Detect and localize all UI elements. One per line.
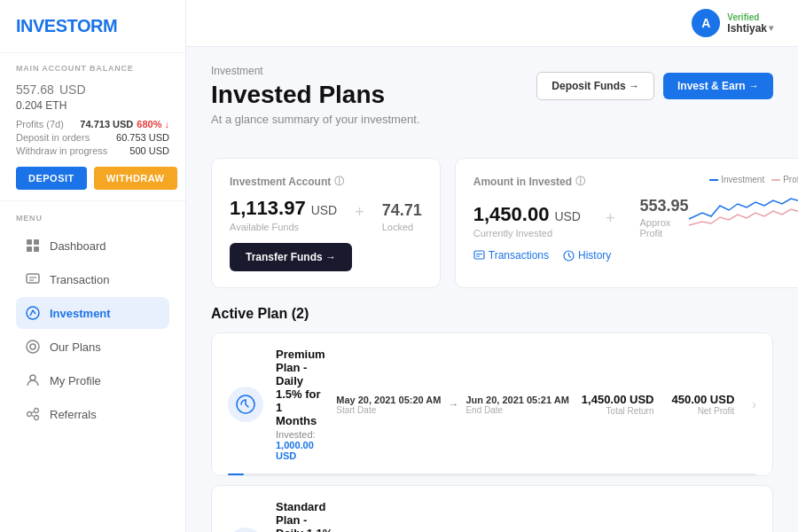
svg-rect-16: [474, 251, 484, 259]
svg-point-10: [30, 375, 35, 380]
transaction-icon: [25, 271, 41, 287]
info-icon-2: ⓘ: [575, 175, 585, 188]
amount-invested-left: Amount in Invested ⓘ 1,450.00 USD Curren…: [473, 175, 689, 239]
withdraw-value: 500 USD: [129, 145, 169, 156]
dashboard-icon: [25, 238, 41, 254]
svg-point-13: [35, 416, 39, 420]
deposit-orders-label: Deposit in orders: [16, 132, 90, 143]
main-content: A Verified Ishtiyak ▾ Investment Investe…: [186, 0, 798, 532]
plan-icon-1: [228, 528, 263, 533]
withdraw-button[interactable]: WITHDRAW: [94, 167, 177, 190]
active-plans-section: Active Plan (2) Premium Plan - Daily 1.5…: [211, 306, 773, 532]
plan-invested-0: Invested: 1,000.00 USD: [276, 429, 324, 461]
profits-values: 74.713 USD 680% ↓: [80, 119, 169, 129]
arrow-icon: →: [448, 398, 458, 411]
history-link[interactable]: History: [563, 249, 611, 262]
sidebar: INVESTORM MAIN ACCOUNT BALANCE 557.68 US…: [0, 0, 186, 532]
amount-invested-values: 1,450.00 USD Currently Invested + 553.95…: [473, 197, 689, 239]
investment-icon: [25, 305, 41, 321]
transactions-link[interactable]: Transactions: [473, 249, 549, 262]
user-text: Verified Ishtiyak ▾: [727, 12, 773, 35]
our-plans-label: Our Plans: [50, 340, 101, 354]
action-buttons: DEPOSIT WITHDRAW: [16, 167, 169, 190]
investment-label: Investment: [50, 307, 111, 320]
sidebar-item-dashboard[interactable]: Dashboard: [16, 230, 169, 262]
profits-pct: 680% ↓: [137, 119, 169, 129]
locked-funds: 74.71 Locked: [382, 201, 422, 232]
page-subtitle: At a glance summary of your investment.: [211, 113, 420, 126]
account-section: MAIN ACCOUNT BALANCE 557.68 USD 0.204 ET…: [0, 52, 185, 201]
svg-rect-4: [27, 274, 39, 283]
sidebar-item-investment[interactable]: Investment: [16, 297, 169, 329]
verified-label: Verified: [727, 12, 773, 22]
available-label: Available Funds: [230, 222, 337, 232]
dashboard-label: Dashboard: [50, 239, 106, 253]
locked-label: Locked: [382, 222, 422, 232]
balance-currency: USD: [59, 82, 86, 97]
deposit-funds-button[interactable]: Deposit Funds →: [536, 72, 654, 100]
plus-separator: +: [355, 203, 364, 232]
investment-amount: 1,113.97 USD: [230, 197, 337, 220]
balance-amount: 557.68 USD: [16, 76, 169, 99]
svg-rect-0: [27, 239, 32, 245]
progress-bar-0: [228, 473, 756, 475]
info-icon: ⓘ: [334, 175, 344, 188]
transaction-label: Transaction: [50, 273, 109, 286]
amount-invested-card: Amount in Invested ⓘ 1,450.00 USD Curren…: [455, 158, 798, 288]
profits-row: Profits (7d) 74.713 USD 680% ↓: [16, 119, 169, 129]
page-content: Investment Invested Plans At a glance su…: [186, 47, 798, 532]
currently-invested: 1,450.00 USD Currently Invested: [473, 203, 581, 239]
logo-text-black: INVEST: [16, 16, 77, 35]
withdraw-label: Withdraw in progress: [16, 145, 107, 156]
svg-line-14: [32, 411, 35, 413]
user-info: A Verified Ishtiyak ▾: [692, 9, 773, 37]
plan-name-1: Standard Plan - Daily 1.1% for 21 Days: [276, 500, 333, 532]
svg-point-11: [27, 412, 32, 417]
referrals-label: Referrals: [50, 408, 97, 421]
deposit-orders-row: Deposit in orders 60.753 USD: [16, 132, 169, 143]
page-heading: Investment Invested Plans At a glance su…: [211, 65, 420, 142]
profits-value: 74.713 USD: [80, 119, 133, 129]
svg-point-9: [30, 344, 35, 349]
investment-chart: [689, 188, 798, 232]
plan-card-1[interactable]: Standard Plan - Daily 1.1% for 21 Days I…: [211, 485, 773, 532]
withdraw-row: Withdraw in progress 500 USD: [16, 145, 169, 156]
plan-icon-0: [228, 387, 263, 422]
approx-profit: 553.95 Approx Profit: [639, 197, 688, 239]
sidebar-item-my-profile[interactable]: My Profile: [16, 364, 169, 396]
chevron-down-icon: ▾: [769, 23, 773, 33]
plan-info-1: Standard Plan - Daily 1.1% for 21 Days I…: [276, 500, 333, 532]
profile-icon: [25, 372, 41, 388]
cards-row: Investment Account ⓘ 1,113.97 USD Availa…: [211, 158, 773, 288]
sidebar-item-referrals[interactable]: Referrals: [16, 398, 169, 430]
investment-account-values: 1,113.97 USD Available Funds + 74.71 Loc…: [230, 197, 422, 232]
eth-balance: 0.204 ETH: [16, 99, 169, 112]
card-links: Transactions History: [473, 249, 798, 262]
sidebar-item-transaction[interactable]: Transaction: [16, 263, 169, 295]
svg-line-15: [32, 415, 35, 417]
plan-dates-0: May 20, 2021 05:20 AM Start Date → Jun 2…: [336, 395, 569, 415]
logo-text-blue: ORM: [77, 16, 117, 35]
username: Ishtiyak ▾: [727, 22, 773, 35]
amount-invested-title: Amount in Invested ⓘ: [473, 175, 689, 188]
available-funds: 1,113.97 USD Available Funds: [230, 197, 337, 232]
active-plans-title: Active Plan (2): [211, 306, 773, 322]
invest-earn-button[interactable]: Invest & Earn →: [663, 73, 773, 99]
transfer-funds-button[interactable]: Transfer Funds →: [230, 243, 352, 271]
header: A Verified Ishtiyak ▾: [186, 0, 798, 47]
plan-name-0: Premium Plan - Daily 1.5% for 1 Months: [276, 348, 324, 427]
plan-chevron-0: ›: [752, 397, 756, 411]
deposit-button[interactable]: DEPOSIT: [16, 167, 87, 190]
plan-returns-0: 1,450.00 USD Total Return 450.00 USD Net…: [582, 393, 735, 416]
mini-chart-area: Investment Profit: [689, 175, 798, 232]
referrals-icon: [25, 406, 41, 422]
svg-rect-2: [27, 246, 32, 252]
account-label: MAIN ACCOUNT BALANCE: [16, 64, 169, 73]
logo: INVESTORM: [0, 16, 185, 52]
svg-rect-3: [34, 246, 39, 252]
plan-card-0[interactable]: Premium Plan - Daily 1.5% for 1 Months I…: [211, 332, 773, 476]
sidebar-item-our-plans[interactable]: Our Plans: [16, 331, 169, 363]
profits-label: Profits (7d): [16, 119, 64, 129]
breadcrumb: Investment: [211, 65, 420, 77]
balance-value: 557.68: [16, 82, 54, 97]
